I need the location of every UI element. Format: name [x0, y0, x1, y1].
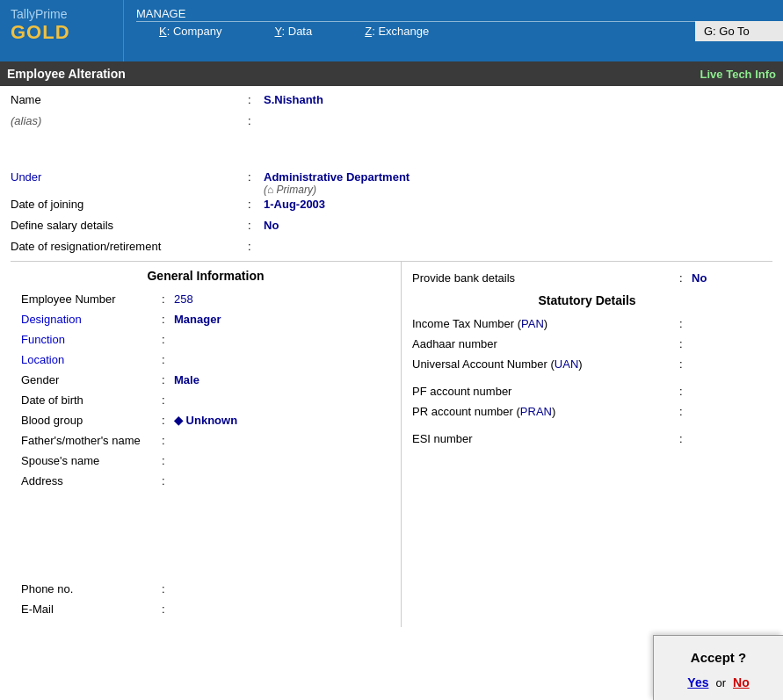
- logo: TallyPrime GOLD: [0, 0, 123, 61]
- blood-label: Blood group: [21, 414, 162, 427]
- accept-or-label: or: [715, 676, 726, 689]
- gender-value[interactable]: Male: [174, 373, 199, 386]
- name-row: Name : S.Nishanth: [11, 93, 772, 112]
- header: TallyPrime GOLD MANAGE K: Company Y: Dat…: [0, 0, 783, 61]
- nav-company[interactable]: K: Company: [133, 25, 249, 38]
- resignation-label: Date of resignation/retirement: [11, 240, 248, 253]
- address-label: Address: [21, 474, 162, 487]
- father-label: Father's/mother's name: [21, 434, 162, 447]
- salary-label: Define salary details: [11, 219, 248, 232]
- location-row: Location :: [21, 350, 390, 368]
- phone-label: Phone no.: [21, 582, 162, 595]
- resignation-row: Date of resignation/retirement :: [11, 240, 772, 259]
- toolbar: Employee Alteration Live Tech Info: [0, 61, 783, 86]
- blood-row: Blood group : ◆ Unknown: [21, 411, 390, 429]
- designation-value[interactable]: Manager: [174, 313, 221, 326]
- manage-divider: [136, 21, 695, 22]
- uan-row: Universal Account Number (UAN) :: [412, 355, 762, 372]
- nav-bar: K: Company Y: Data Z: Exchange: [123, 0, 695, 61]
- dob-row: Date of birth :: [21, 391, 390, 408]
- emp-num-sep: :: [162, 292, 174, 306]
- esi-label: ESI number: [412, 432, 679, 445]
- designation-sep: :: [162, 313, 174, 326]
- function-label: Function: [21, 333, 162, 346]
- emp-num-row: Employee Number : 258: [21, 290, 390, 307]
- pf-row: PF account number :: [412, 382, 762, 400]
- function-row: Function :: [21, 330, 390, 348]
- dob-label: Date of birth: [21, 393, 162, 407]
- bank-row: Provide bank details : No: [412, 269, 762, 286]
- tally-label: TallyPrime: [11, 7, 112, 21]
- name-sep: :: [248, 93, 264, 106]
- gender-label: Gender: [21, 373, 162, 386]
- accept-dialog: Accept ? Yes or No: [653, 635, 783, 700]
- statutory-col: Provide bank details : No Statutory Deta…: [402, 262, 772, 627]
- statutory-title: Statutory Details: [412, 293, 762, 307]
- spouse-sep: :: [162, 454, 174, 467]
- alias-sep: :: [248, 114, 264, 127]
- bank-value[interactable]: No: [692, 271, 762, 285]
- under-sub: (⌂ Primary): [264, 184, 410, 196]
- pf-label: PF account number: [412, 385, 679, 398]
- aadhaar-sep: :: [679, 337, 692, 350]
- manage-label: MANAGE: [136, 7, 185, 20]
- pan-row: Income Tax Number (PAN) :: [412, 314, 762, 332]
- gold-label: GOLD: [11, 21, 112, 44]
- two-col-section: General Information Employee Number : 25…: [11, 261, 772, 627]
- salary-row: Define salary details : No: [11, 219, 772, 238]
- spouse-row: Spouse's name :: [21, 451, 390, 469]
- pf-sep: :: [679, 385, 692, 398]
- address-row: Address :: [21, 472, 390, 489]
- bank-sep: :: [679, 271, 692, 285]
- father-row: Father's/mother's name :: [21, 431, 390, 449]
- uan-sep: :: [679, 357, 692, 371]
- under-row: Under : Administrative Department (⌂ Pri…: [11, 170, 772, 196]
- phone-row: Phone no. :: [21, 580, 390, 597]
- email-sep: :: [162, 603, 174, 616]
- pan-label: Income Tax Number (PAN): [412, 317, 679, 330]
- page-title: Employee Alteration: [7, 67, 126, 81]
- joining-value[interactable]: 1-Aug-2003: [264, 198, 325, 211]
- email-label: E-Mail: [21, 603, 162, 616]
- under-value[interactable]: Administrative Department: [264, 170, 410, 184]
- esi-row: ESI number :: [412, 429, 762, 447]
- joining-row: Date of joining : 1-Aug-2003: [11, 198, 772, 217]
- live-tech-label: Live Tech Info: [700, 68, 776, 81]
- aadhaar-label: Aadhaar number: [412, 337, 679, 350]
- esi-sep: :: [679, 432, 692, 445]
- general-info-title: General Information: [21, 269, 390, 283]
- name-value[interactable]: S.Nishanth: [264, 93, 323, 106]
- nav-exchange[interactable]: Z: Exchange: [338, 25, 455, 38]
- bank-label: Provide bank details: [412, 271, 679, 285]
- nav-exchange-label: Z: Exchange: [365, 25, 429, 38]
- spacer4: [412, 422, 762, 429]
- under-label: Under: [11, 170, 248, 184]
- designation-label: Designation: [21, 313, 162, 326]
- salary-sep: :: [248, 219, 264, 232]
- nav-company-label: K: Company: [159, 25, 222, 38]
- function-sep: :: [162, 333, 174, 346]
- blood-value[interactable]: ◆ Unknown: [174, 414, 237, 427]
- location-label: Location: [21, 353, 162, 366]
- address-sep: :: [162, 474, 174, 487]
- joining-label: Date of joining: [11, 198, 248, 211]
- blood-sep: :: [162, 414, 174, 427]
- alias-label: (alias): [11, 114, 248, 127]
- main-content: Name : S.Nishanth (alias) : Under : Admi…: [0, 86, 783, 634]
- general-info-col: General Information Employee Number : 25…: [11, 262, 402, 627]
- gender-sep: :: [162, 373, 174, 386]
- accept-yes-button[interactable]: Yes: [687, 675, 708, 689]
- accept-buttons: Yes or No: [664, 675, 772, 689]
- goto-button[interactable]: G: Go To: [695, 21, 783, 41]
- pran-sep: :: [679, 405, 692, 418]
- nav-data[interactable]: Y: Data: [249, 25, 339, 38]
- joining-sep: :: [248, 198, 264, 211]
- accept-no-button[interactable]: No: [733, 675, 750, 689]
- under-value-block: Administrative Department (⌂ Primary): [264, 170, 410, 196]
- alias-row: (alias) :: [11, 114, 772, 134]
- pran-label: PR account number (PRAN): [412, 405, 679, 418]
- emp-num-value[interactable]: 258: [174, 292, 193, 306]
- aadhaar-row: Aadhaar number :: [412, 335, 762, 352]
- location-sep: :: [162, 353, 174, 366]
- salary-value[interactable]: No: [264, 219, 279, 232]
